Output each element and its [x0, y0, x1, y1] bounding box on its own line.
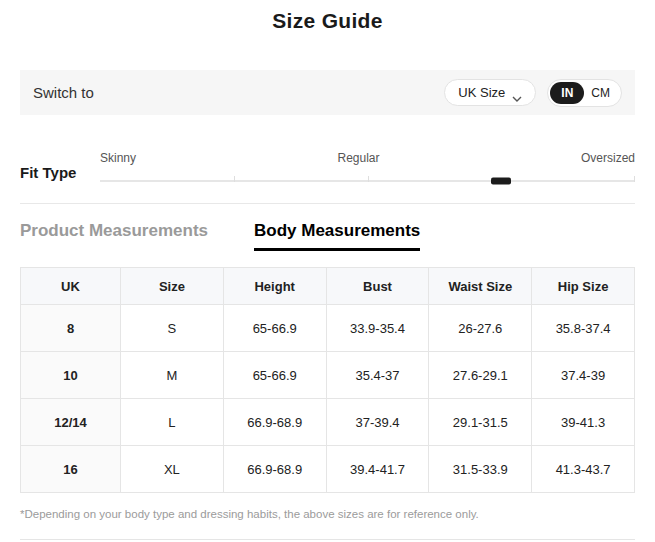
fit-option-skinny: Skinny: [100, 151, 136, 165]
size-system-dropdown[interactable]: UK Size: [444, 79, 536, 106]
unit-option-in[interactable]: IN: [550, 82, 584, 104]
table-cell: 39-41.3: [532, 399, 635, 446]
table-row: 10 M 65-66.9 35.4-37 27.6-29.1 37.4-39: [21, 352, 635, 399]
table-row: 8 S 65-66.9 33.9-35.4 26-27.6 35.8-37.4: [21, 305, 635, 352]
table-cell: 65-66.9: [223, 352, 326, 399]
header-uk: UK: [21, 268, 121, 305]
table-cell: 65-66.9: [223, 305, 326, 352]
unit-toggle[interactable]: IN CM: [547, 79, 622, 107]
table-row: 12/14 L 66.9-68.9 37-39.4 29.1-31.5 39-4…: [21, 399, 635, 446]
table-cell-uk: 10: [21, 352, 121, 399]
table-cell: XL: [121, 446, 224, 493]
page-title: Size Guide: [0, 0, 655, 33]
table-cell: L: [121, 399, 224, 446]
fit-type-section: Fit Type Skinny Regular Oversized: [20, 151, 635, 182]
slider-tick: [634, 176, 635, 182]
fit-type-options: Skinny Regular Oversized: [100, 151, 635, 165]
switch-to-bar: Switch to UK Size IN CM: [20, 70, 635, 115]
table-cell-uk: 16: [21, 446, 121, 493]
table-cell: 37-39.4: [326, 399, 429, 446]
table-cell: M: [121, 352, 224, 399]
table-header-row: UK Size Height Bust Waist Size Hip Size: [21, 268, 635, 305]
table-cell: 37.4-39: [532, 352, 635, 399]
table-cell: 33.9-35.4: [326, 305, 429, 352]
tab-body-measurements[interactable]: Body Measurements: [254, 221, 420, 251]
table-cell: 27.6-29.1: [429, 352, 532, 399]
chevron-down-icon: [512, 90, 522, 96]
table-cell: 26-27.6: [429, 305, 532, 352]
measurement-tabs: Product Measurements Body Measurements: [20, 221, 635, 251]
fit-type-slider-handle[interactable]: [491, 178, 511, 185]
table-cell: 35.4-37: [326, 352, 429, 399]
header-hip: Hip Size: [532, 268, 635, 305]
slider-tick: [234, 176, 235, 182]
header-waist: Waist Size: [429, 268, 532, 305]
table-cell: 29.1-31.5: [429, 399, 532, 446]
tab-product-measurements[interactable]: Product Measurements: [20, 221, 208, 251]
table-cell-uk: 8: [21, 305, 121, 352]
section-divider: [20, 203, 635, 204]
header-height: Height: [223, 268, 326, 305]
switch-to-label: Switch to: [33, 84, 444, 101]
size-reference-footnote: *Depending on your body type and dressin…: [20, 508, 635, 520]
slider-tick: [368, 176, 369, 182]
size-system-value: UK Size: [458, 85, 505, 100]
table-row: 16 XL 66.9-68.9 39.4-41.7 31.5-33.9 41.3…: [21, 446, 635, 493]
header-bust: Bust: [326, 268, 429, 305]
size-table: UK Size Height Bust Waist Size Hip Size …: [20, 267, 635, 493]
table-cell: 31.5-33.9: [429, 446, 532, 493]
header-size: Size: [121, 268, 224, 305]
bottom-divider: [20, 539, 635, 540]
fit-option-regular: Regular: [337, 151, 379, 165]
fit-type-label: Fit Type: [20, 151, 100, 182]
table-cell: 35.8-37.4: [532, 305, 635, 352]
table-cell: 39.4-41.7: [326, 446, 429, 493]
fit-option-oversized: Oversized: [581, 151, 635, 165]
table-cell: 41.3-43.7: [532, 446, 635, 493]
table-cell: 66.9-68.9: [223, 399, 326, 446]
table-cell: S: [121, 305, 224, 352]
table-cell-uk: 12/14: [21, 399, 121, 446]
unit-option-cm[interactable]: CM: [584, 82, 619, 104]
table-cell: 66.9-68.9: [223, 446, 326, 493]
fit-type-slider: Skinny Regular Oversized: [100, 151, 635, 182]
fit-type-slider-track[interactable]: [100, 180, 635, 182]
